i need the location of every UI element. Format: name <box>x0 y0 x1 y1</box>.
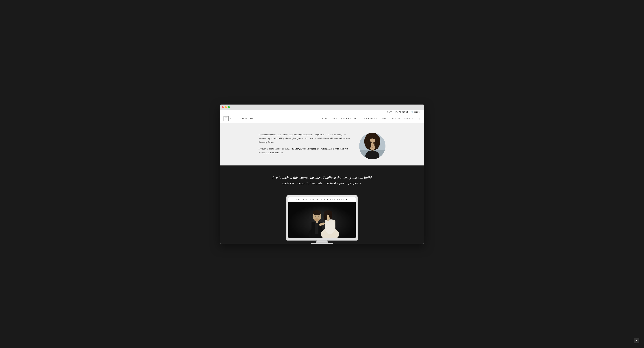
logo-box: DS CO <box>224 116 228 121</box>
quote-text: I've launched this course because I beli… <box>269 175 375 186</box>
laptop-screen-nav: HOME ABOUT PORTFOLIO SOHO BLOG CONTACT ▶ <box>288 197 356 202</box>
browser-window: CART MY ACCOUNT 🛒 0 ITEMS DS CO THE DESI… <box>220 104 424 244</box>
logo-text: THE DESIGN SPACE.CO <box>230 118 263 120</box>
about-p2-and: and <box>339 148 343 150</box>
svg-point-11 <box>374 143 375 144</box>
scroll-to-top-button[interactable]: ▲ <box>634 338 639 343</box>
nav-courses[interactable]: COURSES <box>341 118 351 120</box>
about-paragraph-2: My current clients include Zach & Jody G… <box>258 147 350 155</box>
nav-home[interactable]: HOME <box>322 118 328 120</box>
page-content: My name is Melissa Love and I've been bu… <box>220 124 424 244</box>
couple-image-svg <box>288 202 356 238</box>
nav-support[interactable]: SUPPORT <box>404 118 413 120</box>
nav-store[interactable]: STORE <box>331 118 338 120</box>
laptop-screen-inner: HOME ABOUT PORTFOLIO SOHO BLOG CONTACT ▶ <box>288 197 356 238</box>
laptop-foot <box>310 243 334 244</box>
about-photo <box>359 133 386 159</box>
laptop-base <box>286 238 358 241</box>
cart-basket-icon: 🛒 <box>411 111 414 113</box>
maximize-dot[interactable] <box>228 106 230 108</box>
svg-rect-33 <box>288 202 356 237</box>
about-p2-mid: , <box>328 148 328 150</box>
search-icon[interactable]: ⌕ <box>419 118 420 120</box>
main-navigation: DS CO THE DESIGN SPACE.CO HOME STORE COU… <box>220 114 424 124</box>
nav-info[interactable]: INFO <box>354 118 359 120</box>
cart-link[interactable]: CART <box>387 111 392 113</box>
chevron-up-icon: ▲ <box>635 339 638 342</box>
logo-initials-bottom: CO <box>225 119 227 120</box>
nav-hire-someone[interactable]: HIRE SOMEONE <box>363 118 378 120</box>
nav-blog[interactable]: BLOG <box>382 118 387 120</box>
about-p2-prefix: My current clients include <box>258 148 282 150</box>
browser-chrome <box>220 104 424 110</box>
minimize-dot[interactable] <box>225 106 227 108</box>
laptop-screen-content <box>288 202 356 238</box>
laptop-nav-text: HOME ABOUT PORTFOLIO SOHO BLOG CONTACT ▶ <box>296 199 348 200</box>
cart-items-count: 0 ITEMS <box>414 111 420 113</box>
laptop-mockup: HOME ABOUT PORTFOLIO SOHO BLOG CONTACT ▶ <box>286 195 358 244</box>
about-paragraph-1: My name is Melissa Love and I've been bu… <box>258 133 350 144</box>
nav-links: HOME STORE COURSES INFO HIRE SOMEONE BLO… <box>322 118 420 120</box>
close-dot[interactable] <box>222 106 224 108</box>
about-section: My name is Melissa Love and I've been bu… <box>252 130 392 165</box>
profile-photo <box>359 133 386 159</box>
laptop-mockup-container: HOME ABOUT PORTFOLIO SOHO BLOG CONTACT ▶ <box>226 192 418 244</box>
laptop-screen-outer: HOME ABOUT PORTFOLIO SOHO BLOG CONTACT ▶ <box>286 195 358 238</box>
about-text: My name is Melissa Love and I've been bu… <box>258 133 350 157</box>
svg-point-10 <box>370 143 371 144</box>
profile-avatar-svg <box>359 133 386 159</box>
about-p2-bold2: Lisa Devlin <box>328 148 339 150</box>
logo-area[interactable]: DS CO THE DESIGN SPACE.CO <box>224 116 263 121</box>
my-account-link[interactable]: MY ACCOUNT <box>396 111 408 113</box>
nav-contact[interactable]: CONTACT <box>391 118 400 120</box>
cart-count: 🛒 0 ITEMS <box>411 111 420 113</box>
about-p2-bold1: Zach & Jody Gray, Aspire Photography Tra… <box>282 148 328 150</box>
laptop-stand <box>316 241 328 243</box>
utility-bar: CART MY ACCOUNT 🛒 0 ITEMS <box>220 110 424 114</box>
about-p2-suffix: and that's just a few. <box>266 151 284 154</box>
svg-point-12 <box>372 145 373 146</box>
quote-section: I've launched this course because I beli… <box>220 165 424 244</box>
